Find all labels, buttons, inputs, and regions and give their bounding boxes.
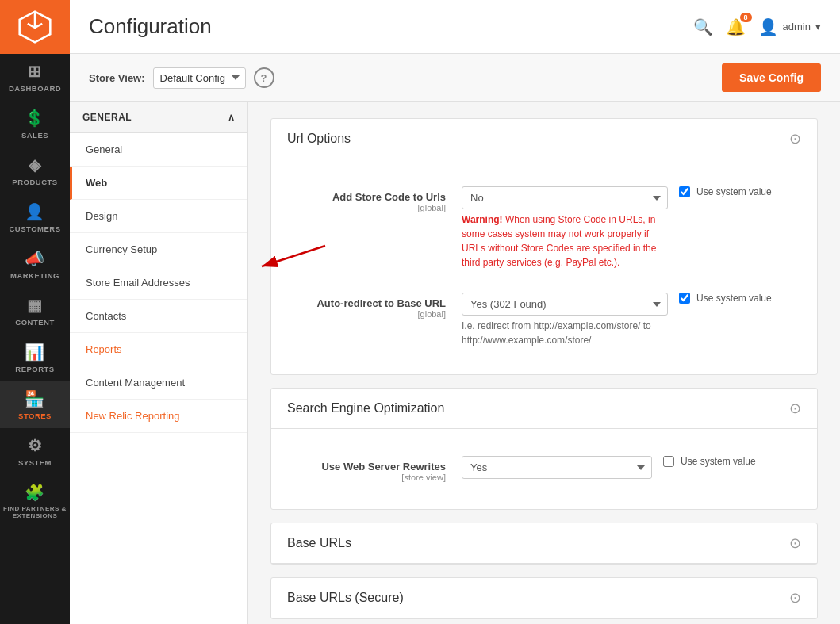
auto-redirect-select[interactable]: Yes (302 Found) Yes (301 Moved Permanent… [462, 293, 668, 316]
right-panel: Url Options ⊙ Add Store Code to Urls [gl… [248, 102, 840, 624]
auto-redirect-system-value: Use system value [679, 293, 772, 304]
url-options-header[interactable]: Url Options ⊙ [271, 119, 817, 159]
auto-redirect-checkbox[interactable] [679, 293, 690, 304]
sidebar: ⊞ DASHBOARD 💲 SALES ◈ PRODUCTS 👤 CUSTOME… [0, 0, 70, 624]
extensions-icon: 🧩 [25, 483, 45, 502]
left-nav-item-contacts[interactable]: Contacts [70, 300, 247, 333]
add-store-code-wrap: No Yes Warning! When using Store Code in… [462, 186, 668, 270]
auto-redirect-row: Auto-redirect to Base URL [global] Yes (… [287, 281, 801, 358]
web-server-rewrites-system-value: Use system value [663, 456, 756, 467]
sidebar-item-marketing[interactable]: 📣 MARKETING [0, 241, 70, 288]
add-store-code-checkbox-label: Use system value [696, 186, 772, 197]
seo-section: Search Engine Optimization ⊙ Use Web Ser… [270, 388, 818, 510]
base-urls-secure-title: Base URLs (Secure) [287, 591, 404, 605]
reports-icon: 📊 [25, 343, 45, 362]
logo[interactable] [0, 0, 70, 54]
sidebar-item-content[interactable]: ▦ CONTENT [0, 288, 70, 335]
seo-header[interactable]: Search Engine Optimization ⊙ [271, 389, 817, 429]
page-title: Configuration [89, 14, 212, 39]
sidebar-item-reports[interactable]: 📊 REPORTS [0, 335, 70, 381]
left-nav-item-store-email[interactable]: Store Email Addresses [70, 266, 247, 300]
notifications-badge: 8 [740, 13, 752, 22]
system-icon: ⚙ [28, 436, 43, 455]
url-options-section: Url Options ⊙ Add Store Code to Urls [gl… [270, 118, 818, 375]
base-urls-secure-toggle-icon: ⊙ [789, 589, 801, 607]
base-urls-secure-section: Base URLs (Secure) ⊙ [270, 577, 818, 619]
customers-icon: 👤 [25, 202, 45, 221]
main-area: Configuration 🔍 🔔 8 👤 admin ▾ Store View… [70, 0, 840, 624]
store-view-select[interactable]: Default Config [153, 67, 246, 89]
web-server-rewrites-select[interactable]: Yes No [462, 456, 652, 479]
auto-redirect-control: Yes (302 Found) Yes (301 Moved Permanent… [462, 293, 801, 347]
sub-header: Store View: Default Config ? Save Config [70, 54, 840, 102]
save-config-button[interactable]: Save Config [722, 63, 821, 92]
add-store-code-system-value: Use system value [679, 186, 772, 197]
left-nav-item-new-relic[interactable]: New Relic Reporting [70, 400, 247, 433]
url-options-title: Url Options [287, 132, 351, 146]
web-server-rewrites-label: Use Web Server Rewrites [store view] [287, 456, 462, 482]
auto-redirect-checkbox-label: Use system value [696, 293, 772, 304]
add-store-code-warning: Warning! When using Store Code in URLs, … [462, 212, 668, 270]
collapse-icon: ∧ [228, 112, 236, 123]
add-store-code-select[interactable]: No Yes [462, 186, 668, 209]
left-nav-item-reports[interactable]: Reports [70, 333, 247, 366]
content-area: GENERAL ∧ General Web Design Currency Se… [70, 102, 840, 624]
sidebar-item-system[interactable]: ⚙ SYSTEM [0, 428, 70, 475]
web-server-rewrites-checkbox-label: Use system value [681, 456, 756, 467]
help-icon[interactable]: ? [254, 67, 274, 88]
left-nav-section-header[interactable]: GENERAL ∧ [70, 102, 247, 133]
admin-label: admin [783, 21, 811, 33]
left-nav-section-label: GENERAL [82, 112, 132, 123]
store-view-section: Store View: Default Config ? [89, 67, 274, 89]
url-options-toggle-icon: ⊙ [789, 130, 801, 147]
admin-menu[interactable]: 👤 admin ▾ [758, 17, 821, 36]
marketing-icon: 📣 [25, 249, 45, 268]
sidebar-item-extensions[interactable]: 🧩 FIND PARTNERS & EXTENSIONS [0, 475, 70, 527]
left-nav-item-design[interactable]: Design [70, 200, 247, 233]
web-server-rewrites-checkbox[interactable] [663, 456, 674, 467]
avatar-icon: 👤 [758, 17, 778, 36]
top-header: Configuration 🔍 🔔 8 👤 admin ▾ [70, 0, 840, 54]
chevron-down-icon: ▾ [815, 21, 821, 33]
sidebar-item-stores[interactable]: 🏪 STORES [0, 381, 70, 428]
base-urls-header[interactable]: Base URLs ⊙ [271, 523, 817, 564]
store-view-label: Store View: [89, 72, 145, 84]
add-store-code-label: Add Store Code to Urls [global] [287, 186, 462, 212]
content-icon: ▦ [27, 296, 43, 315]
header-right: 🔍 🔔 8 👤 admin ▾ [693, 17, 821, 36]
dashboard-icon: ⊞ [28, 62, 42, 81]
add-store-code-checkbox[interactable] [679, 186, 690, 197]
left-nav-item-currency-setup[interactable]: Currency Setup [70, 233, 247, 266]
products-icon: ◈ [29, 155, 41, 174]
sidebar-item-customers[interactable]: 👤 CUSTOMERS [0, 194, 70, 241]
seo-body: Use Web Server Rewrites [store view] Yes… [271, 429, 817, 509]
left-nav-item-content-management[interactable]: Content Management [70, 366, 247, 400]
seo-title: Search Engine Optimization [287, 401, 444, 415]
auto-redirect-info: I.e. redirect from http://example.com/st… [462, 319, 668, 347]
left-nav-item-general[interactable]: General [70, 133, 247, 167]
sales-icon: 💲 [25, 109, 45, 128]
add-store-code-row: Add Store Code to Urls [global] No Yes W [287, 175, 801, 281]
auto-redirect-wrap: Yes (302 Found) Yes (301 Moved Permanent… [462, 293, 668, 347]
left-nav: GENERAL ∧ General Web Design Currency Se… [70, 102, 248, 624]
web-server-rewrites-row: Use Web Server Rewrites [store view] Yes… [287, 445, 801, 493]
sidebar-item-sales[interactable]: 💲 SALES [0, 101, 70, 147]
base-urls-secure-header[interactable]: Base URLs (Secure) ⊙ [271, 578, 817, 618]
base-urls-title: Base URLs [287, 536, 351, 550]
web-server-rewrites-control: Yes No Use system value [462, 456, 801, 479]
sidebar-item-dashboard[interactable]: ⊞ DASHBOARD [0, 54, 70, 101]
seo-toggle-icon: ⊙ [789, 400, 801, 417]
notifications-button[interactable]: 🔔 8 [726, 17, 746, 36]
search-icon[interactable]: 🔍 [693, 17, 713, 36]
stores-icon: 🏪 [25, 389, 45, 408]
url-options-body: Add Store Code to Urls [global] No Yes W [271, 159, 817, 374]
base-urls-toggle-icon: ⊙ [789, 534, 801, 552]
sidebar-item-products[interactable]: ◈ PRODUCTS [0, 147, 70, 194]
left-nav-item-web[interactable]: Web [70, 167, 247, 200]
base-urls-section: Base URLs ⊙ [270, 523, 818, 565]
add-store-code-control: No Yes Warning! When using Store Code in… [462, 186, 801, 270]
auto-redirect-label: Auto-redirect to Base URL [global] [287, 293, 462, 319]
